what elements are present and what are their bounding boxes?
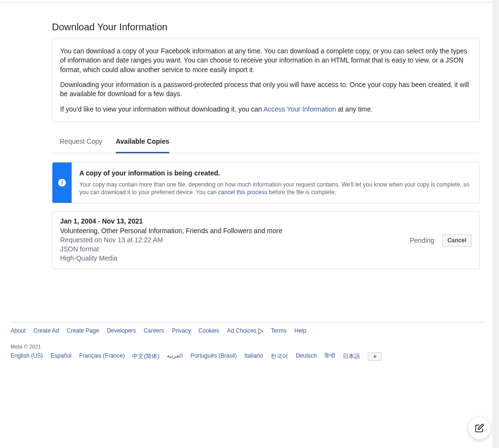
intro-paragraph-1: You can download a copy of your Facebook… <box>60 47 472 75</box>
copy-date-range: Jan 1, 2004 - Nov 13, 2021 <box>60 217 410 225</box>
footer-link-terms[interactable]: Terms <box>271 327 287 334</box>
copy-requested: Requested on Nov 13 at 12:22 AM <box>60 236 410 245</box>
info-icon: i <box>58 179 66 187</box>
intro-paragraph-3: If you'd like to view your information w… <box>60 105 472 114</box>
footer-link-create-ad[interactable]: Create Ad <box>33 327 59 334</box>
lang-more-button[interactable]: + <box>368 352 382 361</box>
lang-portugues-brasil[interactable]: Português (Brasil) <box>190 352 237 361</box>
copy-card: Jan 1, 2004 - Nov 13, 2021 Volunteering,… <box>52 211 480 269</box>
ad-choices-label: Ad Choices <box>227 327 256 334</box>
lang-hindi[interactable]: हिन्दी <box>324 352 335 361</box>
tab-request-copy[interactable]: Request Copy <box>60 131 102 153</box>
lang-english-us: English (US) <box>11 352 43 361</box>
edit-fab[interactable] <box>468 417 490 439</box>
info-msg-after: before the file is complete. <box>267 189 336 196</box>
intro-p3-after: at any time. <box>336 105 373 113</box>
scrollbar[interactable] <box>492 0 499 448</box>
top-border <box>0 0 499 2</box>
intro-paragraph-2: Downloading your information is a passwo… <box>60 80 472 99</box>
tabs: Request Copy Available Copies <box>52 131 480 153</box>
footer-link-privacy[interactable]: Privacy <box>172 327 191 334</box>
footer-link-create-page[interactable]: Create Page <box>67 327 99 334</box>
cancel-process-link[interactable]: cancel this process <box>218 189 267 196</box>
lang-korean[interactable]: 한국어 <box>271 352 288 361</box>
lang-deutsch[interactable]: Deutsch <box>296 352 317 361</box>
footer-languages: English (US) Español Français (France) 中… <box>11 352 484 361</box>
footer-link-careers[interactable]: Careers <box>144 327 164 334</box>
lang-francais[interactable]: Français (France) <box>79 352 125 361</box>
info-banner: i A copy of your information is being cr… <box>52 162 480 203</box>
edit-icon <box>474 423 484 433</box>
lang-japanese[interactable]: 日本語 <box>343 352 360 361</box>
footer-link-ad-choices[interactable]: Ad Choices <box>227 327 263 334</box>
footer-link-about[interactable]: About <box>11 327 25 334</box>
access-your-information-link[interactable]: Access Your Information <box>263 105 336 113</box>
info-banner-title: A copy of your information is being crea… <box>79 169 472 177</box>
copy-categories: Volunteering, Other Personal Information… <box>60 227 410 235</box>
footer-links: About Create Ad Create Page Developers C… <box>11 327 484 334</box>
footer-link-developers[interactable]: Developers <box>107 327 136 334</box>
intro-card: You can download a copy of your Facebook… <box>52 38 480 122</box>
lang-chinese-simplified[interactable]: 中文(简体) <box>132 352 159 361</box>
tab-available-copies[interactable]: Available Copies <box>116 131 170 153</box>
lang-espanol[interactable]: Español <box>50 352 71 361</box>
footer-link-cookies[interactable]: Cookies <box>199 327 219 334</box>
info-banner-accent: i <box>52 162 72 203</box>
footer-copyright: Meta © 2021 <box>11 344 484 349</box>
lang-arabic[interactable]: العربية <box>167 352 183 361</box>
copy-status: Pending <box>410 236 434 244</box>
copy-media: High-Quality Media <box>60 254 410 263</box>
info-banner-message: Your copy may contain more than one file… <box>79 181 472 196</box>
footer: About Create Ad Create Page Developers C… <box>11 322 484 361</box>
copy-format: JSON format <box>60 245 410 254</box>
footer-link-help[interactable]: Help <box>294 327 306 334</box>
intro-p3-before: If you'd like to view your information w… <box>60 105 263 113</box>
lang-italiano[interactable]: Italiano <box>244 352 263 361</box>
page-title: Download Your Information <box>52 22 480 33</box>
cancel-button[interactable]: Cancel <box>442 234 472 247</box>
footer-divider <box>11 322 484 323</box>
adchoices-icon <box>258 328 263 334</box>
